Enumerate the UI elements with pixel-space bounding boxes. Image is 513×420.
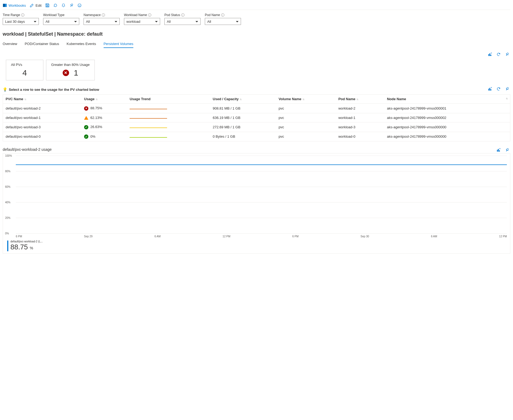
svg-rect-15 (499, 150, 500, 152)
pin-icon[interactable] (505, 148, 509, 152)
edit-button[interactable]: Edit (30, 3, 42, 8)
cell-usage-trend (127, 113, 210, 122)
filter-time-range: Time Rangei Last 30 days (3, 13, 39, 25)
sort-icon: ↑↓ (303, 98, 304, 101)
card-value: ✕ 1 (51, 68, 90, 77)
cell-usage: ✓ 26.63% (81, 122, 127, 132)
filter-pod-name: Pod Namei All (205, 13, 241, 25)
cell-usage: ✓ 0% (81, 132, 127, 141)
cell-node-name: aks-agentpool-24178999-vmss000001 (384, 104, 510, 113)
log-analytics-icon[interactable] (496, 148, 501, 152)
svg-point-3 (79, 5, 79, 5)
success-icon: ✓ (84, 125, 88, 129)
col-usage-trend[interactable]: Usage Trend (127, 95, 210, 104)
cell-pod-name: workload-0 (336, 132, 384, 141)
namespace-select[interactable]: All (84, 18, 120, 25)
chart-x-axis: 6 PMSep 296 AM12 PM6 PMSep 306 AM12 PM (16, 235, 507, 238)
pin-icon[interactable] (505, 52, 509, 57)
chart-plot-area[interactable]: 100%80%60%40%20%0% (16, 156, 507, 233)
tab-overview[interactable]: Overview (3, 40, 17, 48)
col-volume-name[interactable]: Volume Name↑↓ (276, 95, 336, 104)
svg-rect-1 (3, 4, 5, 7)
filter-pod-status: Pod Statusi All (164, 13, 201, 25)
cell-pvc-name: default/pvc-workload-2 (3, 104, 82, 113)
tab-pod-status[interactable]: POD/Container Status (25, 40, 59, 48)
table-row[interactable]: default/pvc-workload-0✓ 0%0 Bytes / 1 GB… (3, 132, 510, 141)
col-usage[interactable]: Usage↑↓ (81, 95, 127, 104)
log-analytics-icon[interactable] (488, 87, 492, 91)
cell-pod-name: workload-1 (336, 113, 384, 122)
trend-sparkline (130, 128, 167, 128)
chart-gridline (16, 156, 507, 156)
table-header-row: PVC Name↑↓ Usage↑↓ Usage Trend Used / Ca… (3, 95, 510, 104)
svg-point-4 (80, 5, 80, 5)
col-used-capacity[interactable]: Used / Capacity↑↓ (210, 95, 276, 104)
card-value: 4 (11, 68, 38, 77)
svg-rect-11 (491, 89, 491, 91)
section-actions (3, 48, 510, 58)
workload-name-select[interactable]: workload (124, 18, 160, 25)
filter-label: Workload Namei (124, 13, 160, 17)
log-analytics-icon[interactable] (488, 52, 492, 57)
refresh-icon[interactable] (53, 3, 58, 8)
time-range-select[interactable]: Last 30 days (3, 18, 39, 25)
workbooks-icon (3, 3, 7, 8)
undo-icon[interactable] (496, 87, 501, 91)
svg-rect-14 (498, 149, 499, 152)
workbooks-button[interactable]: Workbooks (3, 3, 26, 8)
chart-gridline (16, 218, 507, 218)
card-all-pvs[interactable]: All PVs 4 (6, 60, 43, 80)
cell-pvc-name: default/pvc-workload-1 (3, 113, 82, 122)
tab-bar: Overview POD/Container Status Kubernetes… (3, 40, 510, 48)
svg-rect-10 (489, 88, 490, 91)
chart-y-tick: 40% (5, 201, 10, 204)
chart-x-tick: 6 AM (431, 235, 437, 238)
legend-series-name: default/pvc-workload-2 (L... (10, 240, 43, 243)
table-row[interactable]: default/pvc-workload-1 62.13%636.19 MB /… (3, 113, 510, 122)
cell-used-capacity: 272.69 MB / 1 GB (210, 122, 276, 132)
pod-status-select[interactable]: All (164, 18, 201, 25)
pencil-icon (30, 3, 34, 8)
card-label: Greater than 80% Usage (51, 63, 90, 67)
sort-icon: ↑↓ (240, 98, 241, 101)
table-row[interactable]: default/pvc-workload-3✓ 26.63%272.69 MB … (3, 122, 510, 132)
svg-point-12 (491, 87, 492, 88)
tab-persistent-volumes[interactable]: Persistent Volumes (104, 40, 133, 48)
undo-icon[interactable] (496, 52, 501, 57)
summary-cards: All PVs 4 Greater than 80% Usage ✕ 1 (3, 58, 510, 84)
filter-label: Workload Type (43, 13, 79, 17)
svg-point-2 (78, 4, 81, 7)
cell-usage: 62.13% (81, 113, 127, 122)
chart-legend: default/pvc-workload-2 (L... 88.75 % (4, 238, 509, 251)
table-row[interactable]: default/pvc-workload-2✕ 88.75%908.81 MB … (3, 104, 510, 113)
lightbulb-icon: 💡 (3, 87, 7, 92)
pin-icon[interactable] (69, 3, 74, 8)
chart-y-tick: 100% (5, 154, 12, 157)
chart-x-tick: 12 PM (499, 235, 507, 238)
col-pod-name[interactable]: Pod Name↑↓ (336, 95, 384, 104)
chart-y-tick: 20% (5, 216, 10, 219)
chart-x-tick: 6 AM (154, 235, 161, 238)
tab-kubernetes-events[interactable]: Kubernetes Events (67, 40, 96, 48)
col-pvc-name[interactable]: PVC Name↑↓ (3, 95, 82, 104)
col-node-name[interactable]: Node Name↑↓ (384, 95, 510, 104)
save-icon[interactable] (45, 3, 50, 8)
pod-name-select[interactable]: All (205, 18, 241, 25)
cell-used-capacity: 636.19 MB / 1 GB (210, 113, 276, 122)
feedback-icon[interactable] (77, 3, 82, 8)
cell-volume-name: pvc (276, 132, 336, 141)
workbooks-label: Workbooks (9, 3, 26, 8)
trend-sparkline (130, 109, 167, 109)
card-gt80[interactable]: Greater than 80% Usage ✕ 1 (46, 60, 95, 80)
workload-type-select[interactable]: All (43, 18, 79, 25)
error-icon: ✕ (63, 70, 69, 76)
info-icon: i (148, 13, 151, 17)
alert-icon[interactable] (61, 3, 66, 8)
info-icon: i (102, 13, 105, 17)
filter-workload-type: Workload Type All (43, 13, 79, 25)
chart-y-tick: 80% (5, 170, 10, 173)
info-icon: i (221, 13, 224, 17)
error-icon: ✕ (84, 106, 88, 111)
page-title: workload | StatefulSet | Namespace: defa… (3, 27, 510, 40)
pin-icon[interactable] (505, 87, 509, 91)
